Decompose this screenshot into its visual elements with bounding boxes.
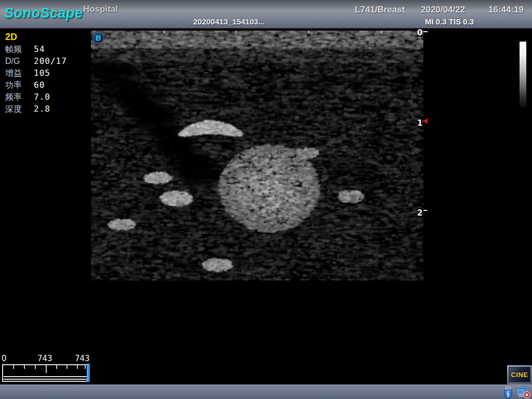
param-row: 频率7.0 xyxy=(5,91,88,103)
param-list: 帧频54D/G200/17增益105功率60频率7.0深度2.8 xyxy=(5,43,88,115)
param-label: 帧频 xyxy=(5,43,34,55)
ultrasound-image[interactable]: B xyxy=(91,31,423,281)
usb-icon[interactable] xyxy=(502,386,514,398)
parameter-panel: 2D 帧频54D/G200/17增益105功率60频率7.0深度2.8 xyxy=(5,31,88,115)
param-value: 105 xyxy=(34,67,50,79)
cine-track[interactable] xyxy=(2,364,89,382)
depth-tick-2 xyxy=(423,210,427,211)
cine-tick xyxy=(13,365,14,369)
cine-start-frame: 0 xyxy=(2,354,7,363)
cine-button-label: CINE xyxy=(511,371,528,379)
param-row: D/G200/17 xyxy=(5,55,88,67)
cine-progress-line xyxy=(4,379,88,380)
cine-scrubber: 0 743 743 xyxy=(0,354,96,383)
param-row: 增益105 xyxy=(5,67,88,79)
cine-total-frames: 743 xyxy=(75,354,90,363)
param-row: 深度2.8 xyxy=(5,103,88,115)
cine-button[interactable]: CINE xyxy=(507,365,532,384)
probe-preset-label: L741/Breast xyxy=(355,5,405,15)
param-label: 频率 xyxy=(5,91,34,103)
cine-tick xyxy=(56,365,57,369)
depth-tick-0 xyxy=(423,31,428,32)
param-value: 60 xyxy=(34,79,45,91)
cine-progress-line xyxy=(4,376,88,377)
system-time: 16:44:19 xyxy=(488,5,524,15)
param-value: 54 xyxy=(34,43,45,55)
sonoscape-logo: SonoScape xyxy=(4,5,83,21)
top-status-bar: SonoScape Hospital 20200413_154103... L7… xyxy=(0,0,532,29)
mode-label: 2D xyxy=(5,31,88,43)
cine-position-handle[interactable] xyxy=(87,364,90,382)
hospital-name: Hospital xyxy=(83,4,118,15)
taskbar xyxy=(0,384,532,399)
depth-marker-2: 2 xyxy=(417,208,422,218)
param-label: 增益 xyxy=(5,67,34,79)
cine-tick xyxy=(77,365,78,369)
cine-tick-major xyxy=(46,365,47,373)
depth-marker-0: 0 xyxy=(417,28,422,37)
network-error-icon[interactable] xyxy=(516,386,530,398)
param-value: 2.8 xyxy=(34,103,50,115)
cine-button-screen: CINE xyxy=(509,367,530,382)
ultrasound-screen: SonoScape Hospital 20200413_154103... L7… xyxy=(0,0,532,399)
cine-current-frame: 743 xyxy=(37,354,52,363)
mi-tis-readout: MI 0.3 TIS 0.3 xyxy=(425,17,474,26)
param-value: 200/17 xyxy=(34,55,67,67)
param-label: 功率 xyxy=(5,79,34,91)
depth-marker-1: 1 xyxy=(417,118,422,128)
param-row: 功率60 xyxy=(5,79,88,91)
param-label: 深度 xyxy=(5,103,34,115)
cine-tick xyxy=(35,365,36,369)
cine-tick xyxy=(66,365,68,369)
param-row: 帧频54 xyxy=(5,43,88,55)
exam-file-name: 20200413_154103... xyxy=(193,17,265,26)
grayscale-map-bar xyxy=(520,42,526,107)
b-mode-orientation-marker: B xyxy=(92,32,104,44)
width-scale-tick xyxy=(164,31,165,33)
param-label: D/G xyxy=(5,55,34,67)
cine-tick xyxy=(24,365,25,369)
width-scale-tick xyxy=(308,31,309,33)
width-scale-tick xyxy=(235,31,236,33)
ultrasound-canvas[interactable] xyxy=(91,31,423,281)
width-scale-tick xyxy=(381,31,382,33)
system-date: 2020/04/22 xyxy=(421,5,465,15)
cine-tick xyxy=(85,365,86,369)
param-value: 7.0 xyxy=(34,91,50,103)
focus-position-arrow[interactable] xyxy=(423,118,428,124)
